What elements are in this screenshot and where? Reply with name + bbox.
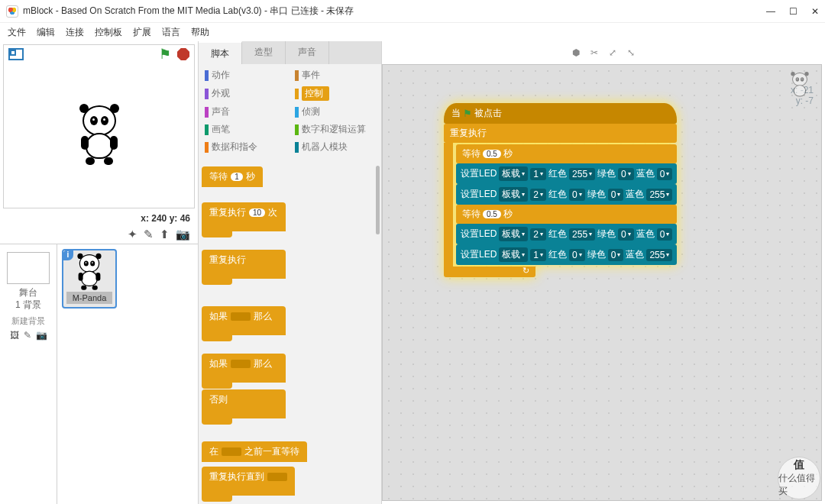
menu-edit[interactable]: 编辑 bbox=[37, 26, 55, 39]
script-canvas[interactable]: x: -21 y: -7 当⚑被点击 重复执行 等待0.5秒 设置LED板载1红… bbox=[382, 64, 822, 501]
sprite-name: M-Panda bbox=[66, 292, 112, 304]
stage: ⚑ bbox=[3, 44, 195, 208]
menu-file[interactable]: 文件 bbox=[8, 26, 26, 39]
backdrop-lib-icon[interactable]: 🖼 bbox=[10, 330, 19, 341]
block-repeat[interactable]: 重复执行10次 bbox=[202, 202, 286, 231]
tool-grow-icon[interactable]: ⤢ bbox=[609, 47, 616, 58]
block-palette: 等待1秒 重复执行10次 重复执行 如果那么 如果那么 否则 在之前一直等待 重… bbox=[199, 158, 381, 504]
block-forever-used[interactable]: 重复执行 bbox=[444, 124, 677, 143]
green-flag-icon[interactable]: ⚑ bbox=[159, 46, 171, 63]
close-button[interactable]: ✕ bbox=[811, 6, 819, 17]
cat-events[interactable]: 事件 bbox=[295, 67, 376, 83]
backdrop-camera-icon[interactable]: 📷 bbox=[36, 330, 47, 341]
cat-sensing[interactable]: 侦测 bbox=[295, 104, 376, 120]
menu-board[interactable]: 控制板 bbox=[95, 26, 122, 39]
new-sprite-paint-icon[interactable]: ✎ bbox=[144, 228, 154, 241]
tool-cut-icon[interactable]: ✂ bbox=[590, 47, 598, 58]
cat-data[interactable]: 数据和指令 bbox=[205, 139, 286, 155]
block-led-2[interactable]: 设置LED板载2红色0绿色0蓝色255 bbox=[456, 184, 677, 205]
block-wait[interactable]: 等待1秒 bbox=[202, 166, 263, 187]
backdrop-paint-icon[interactable]: ✎ bbox=[24, 330, 31, 341]
sprite-info-icon[interactable]: i bbox=[63, 250, 73, 260]
tool-shrink-icon[interactable]: ⤡ bbox=[627, 47, 635, 58]
block-if-else[interactable]: 如果那么 bbox=[202, 354, 286, 383]
fullscreen-icon[interactable] bbox=[8, 48, 24, 60]
tool-stamp-icon[interactable]: ⬢ bbox=[572, 47, 580, 58]
cat-control[interactable]: 控制 bbox=[295, 85, 376, 102]
canvas-sprite-info: x: -21 y: -7 bbox=[786, 71, 814, 106]
menu-language[interactable]: 语言 bbox=[162, 26, 180, 39]
menubar: 文件 编辑 连接 控制板 扩展 语言 帮助 bbox=[0, 23, 825, 41]
menu-help[interactable]: 帮助 bbox=[191, 26, 209, 39]
block-forever[interactable]: 重复执行 bbox=[202, 250, 286, 279]
tab-sounds[interactable]: 声音 bbox=[286, 41, 329, 64]
minimize-button[interactable]: — bbox=[766, 6, 775, 17]
stop-icon[interactable] bbox=[177, 48, 189, 60]
menu-extensions[interactable]: 扩展 bbox=[133, 26, 151, 39]
block-else[interactable]: 否则 bbox=[202, 389, 286, 418]
block-wait-1[interactable]: 等待0.5秒 bbox=[456, 144, 677, 163]
sprite-panda[interactable] bbox=[76, 105, 122, 166]
cat-robots[interactable]: 机器人模块 bbox=[295, 139, 376, 155]
block-when-flag[interactable]: 当⚑被点击 bbox=[444, 103, 677, 124]
block-wait-2[interactable]: 等待0.5秒 bbox=[456, 205, 677, 224]
cat-operators[interactable]: 数字和逻辑运算 bbox=[295, 121, 376, 137]
loop-end[interactable] bbox=[444, 267, 535, 277]
cat-looks[interactable]: 外观 bbox=[205, 85, 286, 102]
stage-thumbnail[interactable] bbox=[7, 252, 50, 284]
block-led-1[interactable]: 设置LED板载1红色255绿色0蓝色0 bbox=[456, 163, 677, 184]
new-backdrop-label: 新建背景 bbox=[5, 315, 52, 327]
app-icon bbox=[6, 5, 18, 18]
cat-sound[interactable]: 声音 bbox=[205, 104, 286, 120]
tab-costumes[interactable]: 造型 bbox=[242, 41, 286, 64]
cat-pen[interactable]: 画笔 bbox=[205, 121, 286, 137]
cat-motion[interactable]: 动作 bbox=[205, 67, 286, 83]
block-wait-until[interactable]: 在之前一直等待 bbox=[202, 441, 307, 462]
titlebar: mBlock - Based On Scratch From the MIT M… bbox=[0, 0, 825, 23]
window-title: mBlock - Based On Scratch From the MIT M… bbox=[23, 5, 766, 18]
stage-selector[interactable]: 舞台1 背景 新建背景 🖼 ✎ 📷 bbox=[0, 244, 57, 504]
script-stack[interactable]: 当⚑被点击 重复执行 等待0.5秒 设置LED板载1红色255绿色0蓝色0 设置… bbox=[444, 103, 677, 277]
block-led-4[interactable]: 设置LED板载1红色0绿色0蓝色255 bbox=[456, 244, 677, 265]
block-repeat-until[interactable]: 重复执行直到 bbox=[202, 467, 295, 496]
maximize-button[interactable]: ☐ bbox=[789, 6, 798, 17]
block-led-3[interactable]: 设置LED板载2红色255绿色0蓝色0 bbox=[456, 224, 677, 244]
menu-connect[interactable]: 连接 bbox=[66, 26, 84, 39]
sprite-item-panda[interactable]: i M-Panda bbox=[62, 249, 117, 309]
new-sprite-lib-icon[interactable]: ✦ bbox=[128, 228, 138, 241]
stage-coords: x: 240 y: 46 bbox=[0, 212, 198, 225]
new-sprite-upload-icon[interactable]: ⬆ bbox=[160, 228, 170, 241]
block-if[interactable]: 如果那么 bbox=[202, 306, 286, 335]
watermark: 值 什么值得买 bbox=[778, 457, 820, 499]
new-sprite-camera-icon[interactable]: 📷 bbox=[176, 228, 190, 241]
tab-scripts[interactable]: 脚本 bbox=[199, 41, 242, 64]
